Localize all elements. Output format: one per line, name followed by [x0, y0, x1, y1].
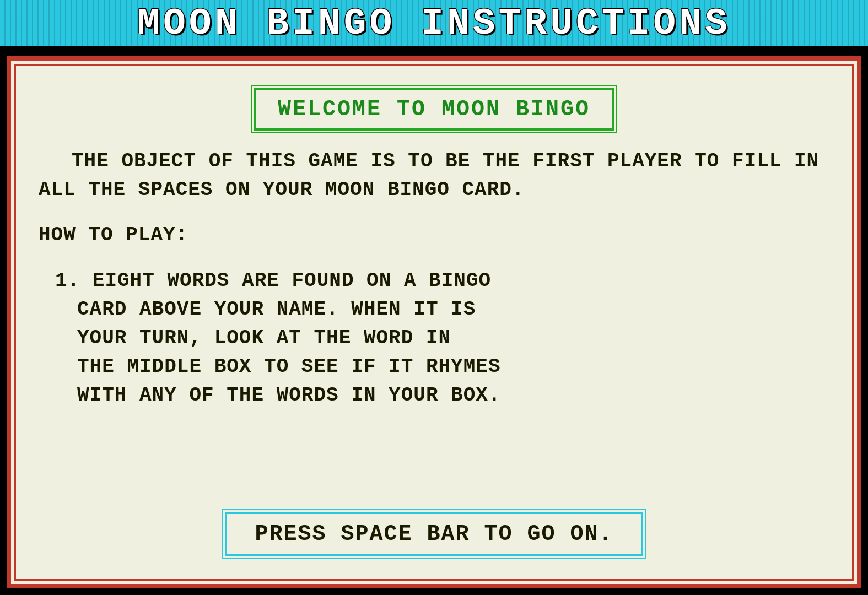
- step-1-text: 1. EIGHT WORDS ARE FOUND ON A BINGO CARD…: [55, 267, 829, 410]
- page-title: MOON BINGO INSTRUCTIONS: [137, 2, 731, 45]
- how-to-play-label: HOW TO PLAY:: [39, 221, 829, 250]
- object-paragraph: THE OBJECT OF THIS GAME IS TO BE THE FIR…: [39, 147, 829, 204]
- welcome-box: WELCOME TO MOON BINGO: [254, 88, 614, 131]
- title-bar: MOON BINGO INSTRUCTIONS: [0, 0, 868, 50]
- main-content: WELCOME TO MOON BINGO THE OBJECT OF THIS…: [7, 56, 861, 588]
- welcome-text: WELCOME TO MOON BINGO: [278, 97, 590, 122]
- press-space-bar-box[interactable]: PRESS SPACE BAR TO GO ON.: [225, 512, 643, 556]
- press-space-bar-text: PRESS SPACE BAR TO GO ON.: [255, 522, 613, 547]
